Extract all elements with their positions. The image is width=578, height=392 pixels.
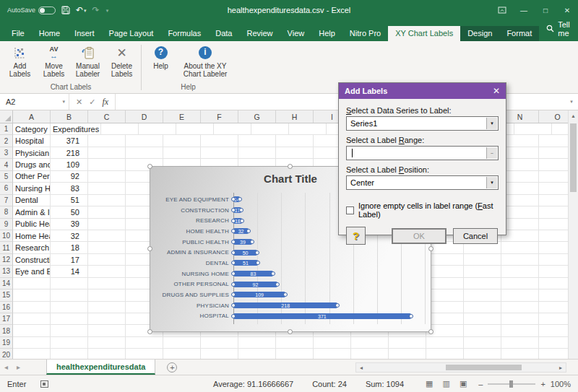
cell-I19[interactable] [314, 337, 351, 349]
row-header-20[interactable]: 20 [0, 349, 13, 359]
name-box-caret-icon[interactable]: ▾ [62, 99, 69, 105]
confirm-entry-icon[interactable]: ✓ [89, 97, 95, 107]
cell-N2[interactable] [501, 135, 539, 147]
cell-A7[interactable]: Dental [13, 195, 51, 206]
cell-B1[interactable]: Expenditures [51, 123, 101, 135]
ribbon-display-options-icon[interactable] [491, 0, 513, 20]
cell-K20[interactable] [389, 349, 426, 359]
cell-A19[interactable] [13, 337, 51, 349]
cell-F20[interactable] [201, 349, 238, 359]
data-point-marker[interactable] [283, 292, 288, 297]
cell-B16[interactable] [51, 302, 88, 313]
row-header-5[interactable]: 5 [0, 171, 13, 183]
tab-review[interactable]: Review [239, 26, 280, 41]
horizontal-scrollbar[interactable]: ◂ ▸ [355, 362, 566, 373]
column-header-g[interactable]: G [238, 110, 276, 123]
column-header-a[interactable]: A [13, 110, 51, 123]
row-header-2[interactable]: 2 [0, 135, 13, 147]
cell-G1[interactable] [251, 123, 289, 135]
chart-bar[interactable]: 218 [233, 302, 337, 308]
cell-A15[interactable] [13, 289, 51, 301]
zoom-slider-thumb[interactable] [509, 380, 513, 388]
scroll-left-icon[interactable]: ◂ [356, 365, 366, 371]
cell-D2[interactable] [126, 135, 163, 147]
cell-N7[interactable] [501, 195, 539, 206]
position-dropdown-icon[interactable]: ▼ [486, 177, 497, 188]
chart-handle[interactable] [147, 164, 152, 169]
row-header-3[interactable]: 3 [0, 147, 13, 159]
chart-bar[interactable]: 32 [233, 228, 249, 234]
row-header-6[interactable]: 6 [0, 183, 13, 194]
row-header-19[interactable]: 19 [0, 337, 13, 349]
cell-C15[interactable] [88, 289, 126, 301]
chart-handle[interactable] [288, 329, 293, 334]
cell-A16[interactable] [13, 302, 51, 313]
data-point-marker[interactable] [231, 197, 236, 201]
cell-C17[interactable] [88, 313, 126, 325]
vertical-scrollbar-thumb[interactable] [570, 123, 577, 192]
cell-M19[interactable] [464, 337, 501, 349]
cell-H20[interactable] [276, 349, 314, 359]
chart-bar[interactable]: 39 [233, 239, 252, 245]
row-header-17[interactable]: 17 [0, 313, 13, 325]
page-break-view-icon[interactable]: ▣ [460, 379, 467, 388]
cell-B11[interactable]: 18 [51, 242, 88, 253]
expand-formula-bar-icon[interactable]: ▾ [565, 94, 578, 110]
cell-A6[interactable]: Nursing H [13, 183, 51, 194]
cell-B13[interactable]: 14 [51, 266, 88, 277]
cell-J19[interactable] [351, 337, 389, 349]
cell-A4[interactable]: Drugs and [13, 159, 51, 170]
data-point-marker[interactable] [231, 208, 236, 212]
cell-N13[interactable] [501, 266, 539, 277]
cell-M13[interactable] [464, 266, 501, 277]
cell-A13[interactable]: Eye and E [13, 266, 51, 277]
cell-C7[interactable] [88, 195, 126, 206]
cell-K19[interactable] [389, 337, 426, 349]
data-point-marker[interactable] [231, 240, 236, 244]
undo-caret-icon[interactable]: ▾ [84, 8, 87, 13]
cell-C1[interactable] [101, 123, 139, 135]
add-labels-button[interactable]: Add Labels [3, 42, 37, 78]
chart-handle[interactable] [288, 164, 293, 169]
scroll-right-icon[interactable]: ▸ [556, 365, 566, 371]
cell-N19[interactable] [501, 337, 539, 349]
data-point-marker[interactable] [409, 314, 413, 318]
tab-formulas[interactable]: Formulas [160, 26, 208, 41]
cell-N18[interactable] [501, 325, 539, 336]
cancel-button[interactable]: Cancel [453, 228, 498, 244]
dialog-help-button[interactable]: ? [346, 227, 366, 245]
sheet-nav-right-icon[interactable]: ▸ [12, 360, 25, 375]
data-point-marker[interactable] [256, 261, 260, 265]
cell-C6[interactable] [88, 183, 126, 194]
zoom-out-icon[interactable]: – [478, 380, 483, 388]
cell-C14[interactable] [88, 278, 126, 289]
cell-N3[interactable] [501, 147, 539, 159]
data-point-marker[interactable] [231, 292, 236, 297]
chart-bar[interactable]: 83 [233, 271, 273, 276]
data-point-marker[interactable] [238, 197, 242, 201]
cell-E1[interactable] [176, 123, 214, 135]
cell-E2[interactable] [163, 135, 201, 147]
chart-bar[interactable]: 92 [233, 282, 277, 287]
tab-home[interactable]: Home [32, 26, 67, 41]
cell-F2[interactable] [201, 135, 238, 147]
undo-button[interactable]: ↶▾ [76, 6, 87, 14]
cell-B15[interactable] [51, 289, 88, 301]
cell-M20[interactable] [464, 349, 501, 359]
chart-bar[interactable]: 51 [233, 260, 258, 266]
cell-N20[interactable] [501, 349, 539, 359]
row-header-1[interactable]: 1 [0, 123, 13, 135]
save-icon[interactable] [61, 6, 70, 14]
move-labels-button[interactable]: AV ↔ Move Labels [37, 42, 71, 78]
cell-A18[interactable] [13, 325, 51, 336]
cell-I20[interactable] [314, 349, 351, 359]
cell-C2[interactable] [88, 135, 126, 147]
insert-function-icon[interactable]: fx [102, 97, 108, 108]
cell-N6[interactable] [501, 183, 539, 194]
cell-D20[interactable] [126, 349, 163, 359]
cell-B12[interactable]: 17 [51, 254, 88, 266]
cell-L14[interactable] [426, 278, 464, 289]
cell-N15[interactable] [501, 289, 539, 301]
cell-N17[interactable] [501, 313, 539, 325]
tab-nitro-pro[interactable]: Nitro Pro [342, 26, 388, 41]
